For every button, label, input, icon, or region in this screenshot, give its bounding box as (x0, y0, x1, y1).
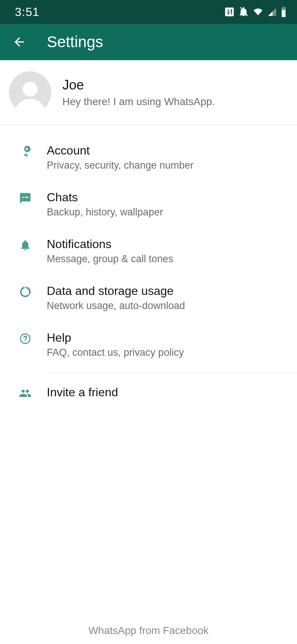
item-subtitle: Message, group & call tones (47, 253, 173, 265)
item-title: Account (47, 144, 193, 157)
profile-row[interactable]: Joe Hey there! I am using WhatsApp. (0, 60, 297, 125)
profile-status: Hey there! I am using WhatsApp. (62, 96, 215, 108)
profile-name: Joe (62, 77, 215, 93)
item-subtitle: FAQ, contact us, privacy policy (47, 347, 184, 358)
data-usage-icon (19, 286, 32, 298)
divider (47, 373, 297, 373)
nfc-icon (224, 7, 235, 17)
wifi-icon (252, 7, 264, 16)
bell-off-icon (238, 7, 249, 17)
item-help[interactable]: Help FAQ, contact us, privacy policy (0, 321, 297, 368)
item-title: Help (47, 331, 184, 345)
item-chats[interactable]: Chats Backup, history, wallpaper (0, 181, 297, 228)
item-title: Notifications (47, 237, 173, 251)
arrow-back-icon (12, 35, 26, 49)
footer-text: WhatsApp from Facebook (0, 625, 297, 641)
item-subtitle: Privacy, security, change number (47, 160, 193, 171)
app-bar: Settings (0, 24, 297, 60)
bell-icon (19, 239, 32, 251)
people-icon (19, 387, 32, 400)
item-title: Data and storage usage (47, 284, 185, 298)
item-invite[interactable]: Invite a friend (0, 376, 297, 409)
key-icon (19, 145, 32, 158)
item-account[interactable]: Account Privacy, security, change number (0, 134, 297, 181)
item-data-storage[interactable]: Data and storage usage Network usage, au… (0, 274, 297, 321)
item-title: Invite a friend (47, 386, 118, 399)
signal-icon (267, 7, 277, 17)
chat-icon (19, 192, 32, 205)
battery-icon (281, 7, 287, 17)
status-icons (224, 7, 287, 17)
item-subtitle: Network usage, auto-download (47, 300, 185, 312)
status-time: 3:51 (15, 5, 39, 19)
avatar (9, 71, 51, 114)
status-bar: 3:51 (0, 0, 297, 24)
page-title: Settings (47, 33, 103, 51)
item-notifications[interactable]: Notifications Message, group & call tone… (0, 228, 297, 274)
back-button[interactable] (11, 34, 27, 50)
item-title: Chats (47, 191, 163, 204)
settings-list: Account Privacy, security, change number… (0, 125, 297, 409)
item-subtitle: Backup, history, wallpaper (47, 206, 163, 218)
help-icon (19, 332, 32, 345)
